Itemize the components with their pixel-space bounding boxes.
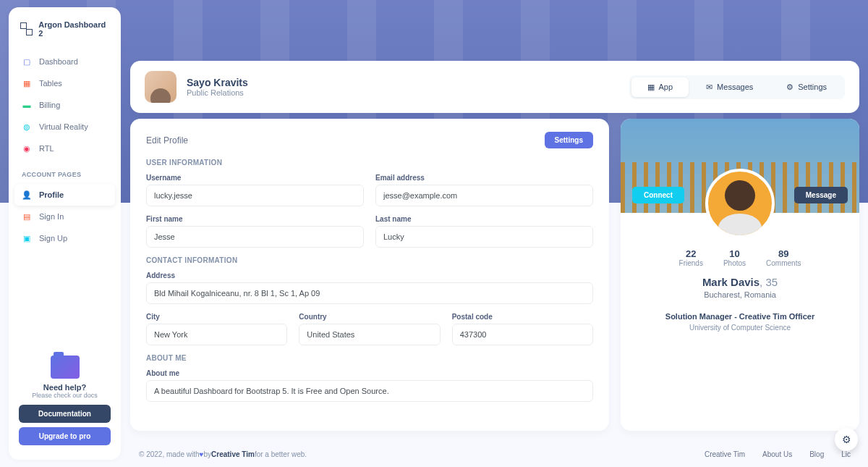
section-user: USER INFORMATION — [146, 159, 593, 167]
footer-link-license[interactable]: Lic — [841, 450, 851, 458]
header-tabs: ▦App ✉Messages ⚙Settings — [629, 75, 845, 99]
message-button[interactable]: Message — [794, 187, 848, 203]
settings-button[interactable]: Settings — [545, 132, 593, 148]
postal-input[interactable] — [452, 324, 593, 345]
label-about: About me — [146, 369, 593, 377]
sidebar: Argon Dashboard 2 ▢Dashboard ▦Tables ▬Bi… — [9, 7, 121, 460]
email-input[interactable] — [375, 185, 593, 206]
nav-dashboard[interactable]: ▢Dashboard — [14, 51, 115, 72]
documentation-button[interactable]: Documentation — [19, 405, 111, 423]
tab-settings[interactable]: ⚙Settings — [770, 77, 843, 97]
profile-name: Mark Davis, 35 — [632, 276, 848, 288]
nav-tables[interactable]: ▦Tables — [14, 72, 115, 94]
gear-icon: ⚙ — [786, 83, 793, 92]
label-last: Last name — [375, 215, 593, 223]
avatar — [145, 71, 176, 103]
upgrade-button[interactable]: Upgrade to pro — [19, 427, 111, 445]
stat-friends: 22Friends — [679, 248, 703, 267]
stats: 22Friends 10Photos 89Comments — [621, 248, 859, 267]
header-role: Public Relations — [187, 88, 248, 97]
username-input[interactable] — [146, 185, 364, 206]
nav-signin[interactable]: ▤Sign In — [14, 206, 115, 227]
nav-list: ▢Dashboard ▦Tables ▬Billing ◍Virtual Rea… — [9, 48, 121, 162]
label-email: Email address — [375, 174, 593, 182]
city-input[interactable] — [146, 324, 287, 345]
rocket-icon: ▣ — [22, 233, 32, 243]
address-input[interactable] — [146, 282, 593, 304]
label-city: City — [146, 313, 287, 321]
section-about: ABOUT ME — [146, 354, 593, 362]
brand-text: Argon Dashboard 2 — [38, 20, 109, 38]
nav-profile[interactable]: 👤Profile — [14, 184, 115, 206]
profile-card: Connect Message 22Friends 10Photos 89Com… — [621, 119, 859, 431]
label-postal: Postal code — [452, 313, 593, 321]
nav-billing[interactable]: ▬Billing — [14, 94, 115, 116]
calendar-icon: ▦ — [22, 78, 32, 88]
section-label: ACCOUNT PAGES — [9, 162, 121, 181]
envelope-icon: ✉ — [706, 83, 712, 92]
label-country: Country — [299, 313, 440, 321]
firstname-input[interactable] — [146, 226, 364, 248]
user-icon: 👤 — [22, 190, 32, 200]
tab-app[interactable]: ▦App — [631, 77, 689, 97]
tab-messages[interactable]: ✉Messages — [690, 77, 769, 97]
vr-icon: ◍ — [22, 122, 32, 132]
stat-photos: 10Photos — [723, 248, 746, 267]
profile-education: University of Computer Science — [632, 324, 848, 332]
edit-profile-card: Edit Profile Settings USER INFORMATION U… — [130, 119, 609, 431]
profile-location: Bucharest, Romania — [632, 290, 848, 299]
edit-title: Edit Profile — [146, 135, 188, 146]
account-list: 👤Profile ▤Sign In ▣Sign Up — [9, 181, 121, 252]
globe-icon: ◉ — [22, 143, 32, 153]
country-input[interactable] — [299, 324, 440, 345]
about-input[interactable] — [146, 380, 593, 402]
help-title: Need help? — [19, 383, 111, 392]
brand-icon — [20, 22, 33, 35]
folder-icon — [51, 355, 80, 379]
footer: © 2022, made with ♥ by Creative Tim for … — [139, 450, 851, 458]
gear-icon: ⚙ — [842, 434, 851, 445]
brand[interactable]: Argon Dashboard 2 — [9, 16, 121, 48]
footer-link-about[interactable]: About Us — [762, 450, 792, 458]
label-first: First name — [146, 215, 364, 223]
doc-icon: ▤ — [22, 211, 32, 222]
footer-brand-link[interactable]: Creative Tim — [211, 450, 255, 458]
section-contact: CONTACT INFORMATION — [146, 256, 593, 264]
settings-fab[interactable]: ⚙ — [835, 428, 858, 451]
header-name: Sayo Kravits — [187, 77, 248, 88]
footer-link-blog[interactable]: Blog — [809, 450, 824, 458]
label-address: Address — [146, 272, 593, 279]
app-icon: ▦ — [647, 83, 655, 92]
sidebar-bottom: Need help? Please check our docs Documen… — [9, 350, 121, 451]
footer-link-ct[interactable]: Creative Tim — [705, 450, 745, 458]
profile-job: Solution Manager - Creative Tim Officer — [632, 312, 848, 321]
profile-avatar — [705, 169, 775, 238]
nav-signup[interactable]: ▣Sign Up — [14, 227, 115, 249]
profile-header: Sayo Kravits Public Relations ▦App ✉Mess… — [130, 61, 859, 113]
label-username: Username — [146, 174, 364, 182]
help-subtitle: Please check our docs — [19, 392, 111, 399]
tv-icon: ▢ — [22, 56, 32, 67]
lastname-input[interactable] — [375, 226, 593, 248]
stat-comments: 89Comments — [766, 248, 801, 267]
credit-card-icon: ▬ — [22, 100, 32, 110]
connect-button[interactable]: Connect — [632, 187, 684, 203]
nav-rtl[interactable]: ◉RTL — [14, 138, 115, 159]
nav-vr[interactable]: ◍Virtual Reality — [14, 116, 115, 138]
